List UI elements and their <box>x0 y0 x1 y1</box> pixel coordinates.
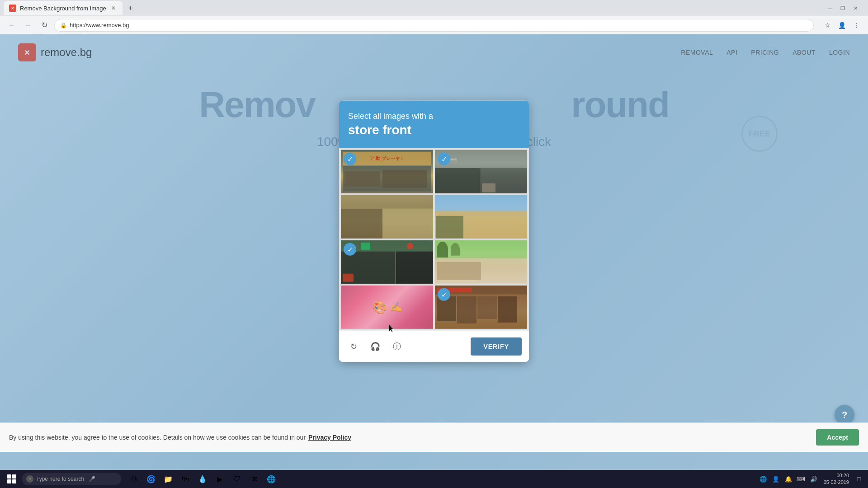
search-icon: ○ <box>26 475 33 483</box>
store-icon[interactable]: 🛍 <box>178 472 193 486</box>
network-icon[interactable]: 🌐 <box>758 474 769 484</box>
back-button[interactable]: ← <box>5 19 18 32</box>
people-icon[interactable]: 👤 <box>770 474 781 484</box>
taskbar-right: 🌐 👤 🔔 ⌨ 🔊 00:20 05-02-2019 □ <box>758 472 864 486</box>
taskbar-app-icons: ⧉ 🌀 📁 🛍 💧 ▶ 🛡 ✉ 🌐 <box>127 472 278 486</box>
keyboard-icon[interactable]: ⌨ <box>796 474 807 484</box>
new-tab-button[interactable]: + <box>124 2 137 14</box>
tab-bar: × Remove Background from Image ✕ + — ❐ ✕ <box>0 0 868 16</box>
captcha-tools: ↻ 🎧 ⓘ <box>346 339 404 354</box>
bookmark-icon[interactable]: ☆ <box>821 19 834 32</box>
info-button[interactable]: ⓘ <box>390 339 404 354</box>
captcha-cell-5[interactable]: ✓ <box>341 240 433 284</box>
media-icon[interactable]: ▶ <box>212 472 227 486</box>
captcha-cell-7[interactable]: 🎨 ✍ <box>341 286 433 329</box>
captcha-cell-1[interactable]: ア 動 ブレーキ！ ✓ <box>341 150 433 193</box>
system-tray: 🌐 👤 🔔 ⌨ 🔊 <box>758 474 819 484</box>
tab-close-button[interactable]: ✕ <box>110 5 117 12</box>
mic-icon: 🎤 <box>89 476 95 482</box>
mail-icon[interactable]: ✉ <box>247 472 261 486</box>
captcha-cell-4[interactable] <box>435 195 527 239</box>
url-bar[interactable]: 🔒 https://www.remove.bg <box>54 19 814 32</box>
url-text: https://www.remove.bg <box>70 22 129 28</box>
check-icon-5: ✓ <box>344 243 356 256</box>
menu-icon[interactable]: ⋮ <box>850 19 863 32</box>
accept-cookies-button[interactable]: Accept <box>816 429 859 446</box>
notifications-icon[interactable]: 🔔 <box>783 474 794 484</box>
action-center-icon[interactable]: □ <box>854 474 864 484</box>
help-button[interactable]: ? <box>835 405 854 425</box>
check-icon-1: ✓ <box>344 153 356 165</box>
lock-icon: 🔒 <box>60 22 67 28</box>
captcha-modal: Select all images with a store front ア 動… <box>339 101 529 362</box>
active-tab[interactable]: × Remove Background from Image ✕ <box>4 1 123 15</box>
taskbar-search[interactable]: ○ Type here to search 🎤 <box>22 473 121 485</box>
maximize-button[interactable]: ❐ <box>837 3 848 14</box>
windows-icon <box>7 474 16 483</box>
taskbar: ○ Type here to search 🎤 ⧉ 🌀 📁 🛍 💧 ▶ 🛡 ✉ … <box>0 470 868 488</box>
clock-area: 00:20 05-02-2019 <box>824 472 849 486</box>
captcha-title-line1: Select all images with a <box>348 112 520 121</box>
toolbar-icons: ☆ 👤 ⋮ <box>821 19 863 32</box>
check-icon-2: ✓ <box>438 153 450 165</box>
chrome-icon[interactable]: 🌐 <box>264 472 278 486</box>
captcha-cell-8[interactable]: ✓ <box>435 286 527 329</box>
tab-favicon: × <box>9 5 16 12</box>
cookie-text: By using this website, you agree to the … <box>9 434 306 441</box>
close-window-button[interactable]: ✕ <box>850 3 861 14</box>
refresh-captcha-button[interactable]: ↻ <box>346 339 361 354</box>
start-button[interactable] <box>4 471 20 487</box>
cookie-bar: By using this website, you agree to the … <box>0 422 868 452</box>
captcha-cell-2[interactable]: Store Hours ✓ <box>435 150 527 193</box>
profile-icon[interactable]: 👤 <box>835 19 848 32</box>
date-display: 05-02-2019 <box>824 479 849 486</box>
privacy-link[interactable]: Privacy Policy <box>308 434 351 441</box>
window-controls: — ❐ ✕ <box>825 3 864 14</box>
time-display: 00:20 <box>824 472 849 479</box>
page-content: × remove.bg REMOVAL API PRICING ABOUT LO… <box>0 34 868 470</box>
captcha-image-grid: ア 動 ブレーキ！ ✓ Store Hours <box>339 148 529 331</box>
captcha-cell-3[interactable] <box>341 195 433 239</box>
taskview-icon[interactable]: ⧉ <box>127 472 141 486</box>
audio-captcha-button[interactable]: 🎧 <box>368 339 382 354</box>
edge-icon[interactable]: 🌀 <box>144 472 158 486</box>
minimize-button[interactable]: — <box>825 3 835 14</box>
forward-button[interactable]: → <box>22 19 34 32</box>
tab-title: Remove Background from Image <box>20 5 106 12</box>
address-bar: ← → ↻ 🔒 https://www.remove.bg ☆ 👤 ⋮ <box>0 16 868 34</box>
check-icon-8: ✓ <box>438 288 450 301</box>
explorer-icon[interactable]: 📁 <box>161 472 175 486</box>
captcha-header: Select all images with a store front <box>339 101 529 148</box>
antivirus-icon[interactable]: 🛡 <box>230 472 244 486</box>
reload-button[interactable]: ↻ <box>38 19 51 32</box>
verify-button[interactable]: VERIFY <box>471 338 522 356</box>
search-placeholder: Type here to search <box>36 476 84 482</box>
volume-icon[interactable]: 🔊 <box>808 474 819 484</box>
captcha-footer: ↻ 🎧 ⓘ VERIFY <box>339 331 529 362</box>
captcha-title-line2: store front <box>348 123 520 137</box>
captcha-cell-6[interactable] <box>435 240 527 284</box>
dropbox-icon[interactable]: 💧 <box>195 472 210 486</box>
browser-chrome: × Remove Background from Image ✕ + — ❐ ✕… <box>0 0 868 34</box>
